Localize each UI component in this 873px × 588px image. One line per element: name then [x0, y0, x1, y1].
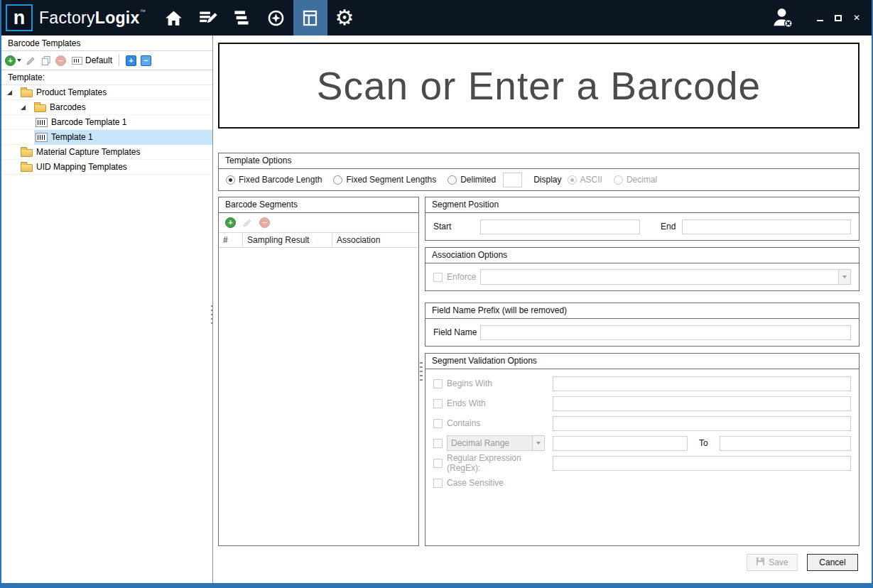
app-window: n FactoryLogix™ ⚙ [0, 0, 873, 588]
document-edit-icon[interactable] [191, 0, 225, 36]
checkbox-icon [433, 379, 443, 388]
folder-icon [21, 89, 33, 97]
dispatch-compass-icon[interactable] [259, 0, 293, 36]
sidebar-toolbar: + – Default + − [1, 51, 212, 70]
radio-fixed-barcode-length[interactable]: Fixed Barcode Length [226, 175, 322, 185]
group-title: Barcode Segments [219, 197, 418, 213]
group-field-name-prefix: Field Name Prefix (will be removed) Fiel… [425, 303, 860, 347]
checkbox-icon [433, 419, 443, 428]
maximize-button[interactable] [833, 13, 843, 23]
edit-template-button[interactable] [26, 55, 36, 66]
default-label: Default [85, 55, 112, 65]
cancel-button[interactable]: Cancel [807, 554, 858, 571]
user-logout-icon[interactable] [771, 6, 795, 30]
window-controls: ✕ [815, 13, 862, 23]
templates-icon[interactable] [293, 0, 327, 36]
radio-fixed-segment-lengths[interactable]: Fixed Segment Lengths [333, 175, 436, 185]
column-header-association[interactable]: Association [332, 233, 418, 247]
radio-display-decimal[interactable]: Decimal [614, 175, 657, 185]
range-type-dropdown[interactable]: Decimal Range [447, 435, 545, 451]
radio-delimited[interactable]: Delimited [448, 175, 496, 185]
titlebar: n FactoryLogix™ ⚙ [1, 0, 872, 36]
field-name-label: Field Name [433, 327, 480, 337]
range-to-input[interactable] [720, 436, 851, 451]
ends-with-checkbox[interactable]: Ends With [433, 398, 553, 408]
barcode-scan-field[interactable]: Scan or Enter a Barcode [218, 43, 860, 129]
begins-with-input[interactable] [553, 376, 851, 391]
column-header-sampling-result[interactable]: Sampling Result [243, 233, 332, 247]
delete-icon: – [259, 217, 270, 228]
batch-stack-icon[interactable] [225, 0, 259, 36]
titlebar-right: ✕ [771, 0, 872, 36]
checkbox-icon [433, 479, 443, 488]
contains-checkbox[interactable]: Contains [433, 418, 553, 428]
group-title: Segment Validation Options [425, 354, 859, 369]
checkbox-icon [433, 459, 443, 468]
expander-icon[interactable] [21, 105, 26, 110]
minimize-button[interactable] [815, 13, 825, 23]
save-button[interactable]: Save [747, 554, 798, 571]
group-title: Field Name Prefix (will be removed) [425, 303, 859, 319]
maximize-icon [835, 15, 842, 21]
save-icon [756, 557, 765, 568]
app-logo: n [6, 4, 33, 31]
expand-all-button[interactable]: + [126, 55, 136, 66]
group-title: Template Options [219, 153, 859, 169]
chevron-down-icon [838, 270, 850, 284]
checkbox-icon [433, 399, 443, 408]
tree-item-uid-mapping-templates[interactable]: UID Mapping Templates [1, 160, 212, 175]
association-dropdown[interactable] [480, 269, 851, 285]
begins-with-checkbox[interactable]: Begins With [433, 379, 553, 388]
tree-item-product-templates[interactable]: Product Templates [1, 85, 212, 100]
end-label: End [661, 222, 682, 232]
group-title: Association Options [425, 248, 859, 263]
copy-template-button[interactable] [40, 55, 51, 66]
regex-input[interactable] [553, 456, 851, 471]
end-input[interactable] [682, 219, 851, 234]
ends-with-input[interactable] [553, 396, 851, 411]
contains-input[interactable] [553, 416, 851, 431]
add-icon: + [225, 217, 236, 228]
template-section-label: Template: [1, 70, 212, 85]
add-template-button[interactable]: + [5, 55, 21, 66]
delete-icon: – [55, 55, 66, 66]
segments-splitter[interactable] [420, 362, 423, 381]
main-panel: Scan or Enter a Barcode Template Options… [213, 36, 872, 583]
barcode-icon [36, 133, 48, 142]
default-template-button[interactable]: Default [72, 55, 112, 65]
regex-checkbox[interactable]: Regular Expression (RegEx): [433, 453, 553, 473]
range-checkbox[interactable] [433, 439, 443, 448]
folder-icon [21, 149, 33, 157]
delete-segment-button[interactable]: – [259, 217, 270, 228]
range-from-input[interactable] [553, 436, 688, 451]
segments-table-body[interactable] [219, 249, 418, 545]
chevron-down-icon [532, 436, 544, 450]
delete-template-button[interactable]: – [55, 55, 66, 66]
close-button[interactable]: ✕ [852, 13, 862, 23]
expander-icon[interactable] [7, 90, 12, 95]
tree-item-label: Product Templates [36, 87, 107, 97]
tree-item-material-capture-templates[interactable]: Material Capture Templates [1, 145, 212, 160]
case-sensitive-checkbox[interactable]: Case Sensitive [433, 478, 553, 488]
start-input[interactable] [480, 219, 640, 234]
validation-row-contains: Contains [433, 413, 851, 433]
toolbar-separator [119, 55, 119, 66]
tree-item-barcodes[interactable]: Barcodes [1, 100, 212, 115]
settings-gear-icon[interactable]: ⚙ [327, 0, 362, 36]
radio-icon [568, 175, 577, 185]
delimiter-input[interactable] [503, 173, 522, 187]
sidebar: Barcode Templates + – Default + − Templa… [1, 36, 213, 583]
collapse-all-button[interactable]: − [141, 55, 151, 66]
tree-item-barcode-template-1[interactable]: Barcode Template 1 [1, 115, 212, 130]
radio-icon [226, 175, 235, 185]
close-icon: ✕ [853, 13, 860, 22]
barcode-icon [36, 118, 48, 127]
field-name-input[interactable] [480, 325, 851, 340]
tree-item-template-1[interactable]: Template 1 [1, 130, 212, 145]
add-segment-button[interactable]: + [225, 217, 236, 228]
radio-display-ascii[interactable]: ASCII [568, 175, 602, 185]
column-header-number[interactable]: # [219, 233, 243, 247]
edit-segment-button[interactable] [242, 217, 253, 228]
enforce-checkbox[interactable]: Enforce [433, 272, 480, 282]
home-icon[interactable] [157, 0, 191, 36]
